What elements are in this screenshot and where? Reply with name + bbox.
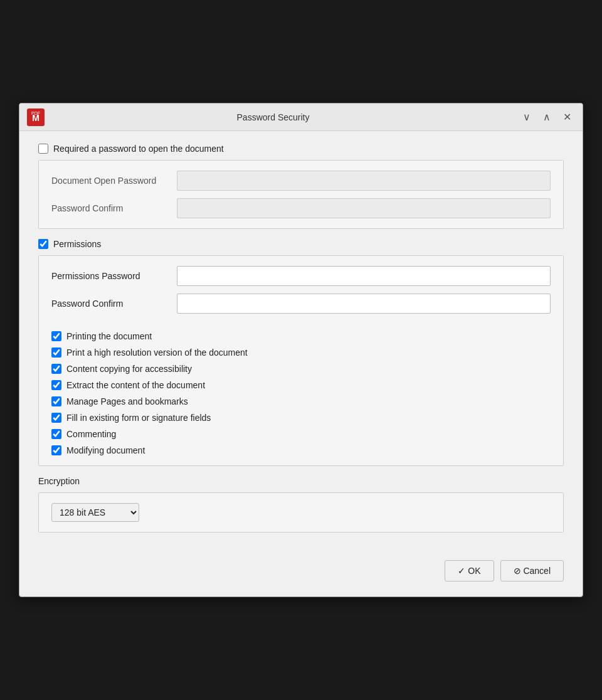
perm-printing-label[interactable]: Printing the document bbox=[66, 331, 152, 341]
perm-modifying-row: Modifying document bbox=[51, 445, 551, 455]
open-password-section-header: Required a password to open the document bbox=[38, 144, 564, 154]
close-button[interactable]: ✕ bbox=[559, 111, 575, 124]
perm-printing-row: Printing the document bbox=[51, 331, 551, 341]
perm-accessibility-checkbox[interactable] bbox=[51, 364, 61, 374]
svg-text:PDF: PDF bbox=[31, 111, 40, 115]
perm-accessibility-row: Content copying for accessibility bbox=[51, 364, 551, 374]
ok-label: ✓ OK bbox=[458, 566, 480, 576]
perm-commenting-label[interactable]: Commenting bbox=[66, 429, 116, 439]
open-password-confirm-label: Password Confirm bbox=[51, 203, 177, 213]
perm-forms-label[interactable]: Fill in existing form or signature field… bbox=[66, 413, 211, 423]
maximize-button[interactable]: ∧ bbox=[539, 111, 554, 124]
permissions-confirm-row: Password Confirm bbox=[51, 294, 551, 314]
open-password-label: Required a password to open the document bbox=[53, 144, 224, 154]
permissions-confirm-label: Password Confirm bbox=[51, 299, 177, 309]
perm-commenting-checkbox[interactable] bbox=[51, 429, 61, 439]
perm-printing-checkbox[interactable] bbox=[51, 331, 61, 341]
open-password-checkbox[interactable] bbox=[38, 144, 48, 154]
permissions-box: Permissions Password Password Confirm Pr… bbox=[38, 255, 564, 466]
doc-open-password-row: Document Open Password bbox=[51, 171, 551, 191]
permissions-label: Permissions bbox=[53, 239, 101, 249]
window-controls: ∨ ∧ ✕ bbox=[519, 111, 575, 124]
permissions-password-input[interactable] bbox=[177, 266, 551, 286]
permissions-checkbox[interactable] bbox=[38, 239, 48, 249]
dialog-content: Required a password to open the document… bbox=[19, 131, 583, 560]
perm-highres-checkbox[interactable] bbox=[51, 347, 61, 358]
perm-forms-checkbox[interactable] bbox=[51, 413, 61, 423]
permissions-checkbox-label[interactable]: Permissions bbox=[38, 239, 101, 249]
perm-modifying-checkbox[interactable] bbox=[51, 445, 61, 455]
perm-highres-label[interactable]: Print a high resolution version of the d… bbox=[66, 347, 248, 358]
perm-forms-row: Fill in existing form or signature field… bbox=[51, 413, 551, 423]
perm-commenting-row: Commenting bbox=[51, 429, 551, 439]
encryption-label: Encryption bbox=[38, 476, 564, 486]
open-password-checkbox-label[interactable]: Required a password to open the document bbox=[38, 144, 224, 154]
app-logo: M PDF bbox=[27, 109, 45, 126]
perm-accessibility-label[interactable]: Content copying for accessibility bbox=[66, 364, 192, 374]
perm-pages-label[interactable]: Manage Pages and bookmarks bbox=[66, 396, 188, 406]
perm-extract-label[interactable]: Extract the content of the document bbox=[66, 380, 205, 390]
open-password-box: Document Open Password Password Confirm bbox=[38, 160, 564, 229]
open-password-confirm-row: Password Confirm bbox=[51, 198, 551, 218]
doc-open-password-input[interactable] bbox=[177, 171, 551, 191]
cancel-button[interactable]: ⊘ Cancel bbox=[500, 560, 564, 581]
encryption-select[interactable]: 40 bit RC4 128 bit RC4 128 bit AES 256 b… bbox=[51, 503, 139, 522]
doc-open-password-label: Document Open Password bbox=[51, 176, 177, 186]
ok-button[interactable]: ✓ OK bbox=[445, 560, 494, 581]
encryption-box: 40 bit RC4 128 bit RC4 128 bit AES 256 b… bbox=[38, 492, 564, 533]
perm-highres-row: Print a high resolution version of the d… bbox=[51, 347, 551, 358]
title-bar: M PDF Password Security ∨ ∧ ✕ bbox=[19, 103, 583, 131]
dialog-window: M PDF Password Security ∨ ∧ ✕ Required a… bbox=[19, 103, 583, 597]
permissions-confirm-input[interactable] bbox=[177, 294, 551, 314]
permissions-section-header: Permissions bbox=[38, 239, 564, 249]
open-password-confirm-input[interactable] bbox=[177, 198, 551, 218]
perm-pages-checkbox[interactable] bbox=[51, 396, 61, 406]
permissions-password-label: Permissions Password bbox=[51, 271, 177, 281]
perm-extract-checkbox[interactable] bbox=[51, 380, 61, 390]
perm-extract-row: Extract the content of the document bbox=[51, 380, 551, 390]
window-title: Password Security bbox=[52, 112, 494, 122]
minimize-button[interactable]: ∨ bbox=[519, 111, 534, 124]
perm-pages-row: Manage Pages and bookmarks bbox=[51, 396, 551, 406]
dialog-footer: ✓ OK ⊘ Cancel bbox=[19, 560, 583, 597]
perm-modifying-label[interactable]: Modifying document bbox=[66, 445, 145, 455]
permissions-password-row: Permissions Password bbox=[51, 266, 551, 286]
cancel-label: ⊘ Cancel bbox=[514, 566, 551, 576]
